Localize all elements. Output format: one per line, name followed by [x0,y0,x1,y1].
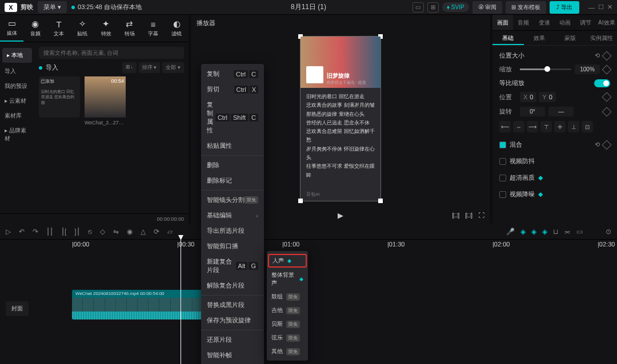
redo-icon[interactable]: ↷ [33,228,38,236]
svip-badge[interactable]: ♦ SVIP [442,2,469,12]
tool-tab-特效[interactable]: ✦特效 [94,15,118,42]
rotate-step[interactable]: — [548,107,574,116]
link-icon[interactable]: ⫘ [564,228,571,236]
align-bottom[interactable]: ⊥ [568,121,579,132]
hq-checkbox[interactable] [499,175,506,181]
import-label[interactable]: 导入 [46,63,58,72]
undo-icon[interactable]: ↶ [19,228,25,236]
tool-tab-字幕[interactable]: ≡字幕 [142,15,165,42]
crop-icon[interactable]: [□] [465,212,472,219]
side-item[interactable]: ▸ 云素材 [0,94,34,108]
review-button[interactable]: ⦿ 审阅 [472,1,503,14]
menu-item[interactable]: 复制属性CtrlShiftC [201,97,264,138]
rp-tab[interactable]: 音频 [513,15,534,30]
close-icon[interactable]: ✕ [607,3,612,11]
tool-tab-音频[interactable]: ◉音频 [23,15,47,42]
align-vcenter[interactable]: ✛ [554,121,566,132]
play-button[interactable]: ▶ [338,211,343,220]
menu-item[interactable]: 基础编辑› [201,208,264,223]
rp-tab[interactable]: AI效果 [596,15,617,30]
blend-checkbox[interactable] [499,141,506,148]
pos-keyframe-icon[interactable] [602,92,612,102]
trim-left-icon[interactable]: ⎮[ [61,228,66,236]
view-control[interactable]: 全部 ▾ [162,62,184,73]
refresh-icon[interactable]: ⟳ [154,228,159,236]
side-item[interactable]: 我的预设 [0,79,34,94]
rp-tab[interactable]: 画面 [492,15,513,30]
resize-handle-bl[interactable] [298,199,303,203]
rp-subtab[interactable]: 效果 [524,31,555,45]
view-control[interactable]: 排序 ▾ [139,62,161,73]
submenu-item[interactable]: 人声 ◆ [268,254,307,268]
side-item[interactable]: ▸ 品牌素材 [0,123,34,146]
search-input[interactable] [39,47,184,59]
tl-cyan-3[interactable]: ◈ [542,228,547,236]
playhead[interactable] [181,240,181,364]
rotate-value[interactable]: 0° [520,107,545,116]
split-icon[interactable]: ⎮⎮ [46,228,53,236]
video-frame[interactable]: 旧梦旋律 作罗经之千最先 · 轻音 旧时光的巷口 回忆在游走 悲欢离合的故事 刻… [300,36,381,201]
warn-icon[interactable]: △ [141,228,146,236]
align-dist[interactable]: ⊡ [582,121,593,132]
ratio-icon[interactable]: [□] [452,212,459,219]
rp-subtab[interactable]: 实例属性 [586,31,618,45]
layout-icon-1[interactable]: ▭ [412,2,424,13]
menu-item[interactable]: 新建复合片段AltG [201,254,264,278]
scale-value[interactable]: 100% [575,64,600,74]
rp-tab[interactable]: 变速 [534,15,555,30]
resize-handle-br[interactable] [378,199,383,203]
magnet-icon[interactable]: ⊔ [553,228,558,236]
zoom-icon[interactable]: ⊙ [606,228,611,236]
rot-keyframe-icon[interactable] [602,107,612,116]
view-control[interactable]: ⊞↓ [122,62,137,73]
stabilize-checkbox[interactable] [499,158,506,165]
rp-tab[interactable]: 动画 [555,15,575,30]
export-button[interactable]: ⤴ 导出 [550,1,579,14]
preview-icon[interactable]: ▭ [576,228,583,236]
submenu-item[interactable]: 弦乐 限免 [267,331,308,345]
menu-item[interactable]: 智能剪口播 [201,238,264,254]
rp-subtab[interactable]: 蒙版 [555,31,586,45]
mic-icon[interactable]: 🎤 [506,228,515,236]
reset-icon[interactable]: ⟲ [595,52,600,59]
speed-icon[interactable]: ◉ [127,228,133,236]
pos-y-input[interactable]: Y0 [539,92,555,102]
menu-item[interactable]: 导出所选片段 [201,223,264,238]
menu-item[interactable]: 删除 [201,157,264,173]
submenu-item[interactable]: 整体背景声 ◆ [267,268,308,290]
rp-subtab[interactable]: 基础 [492,31,524,45]
blend-keyframe-icon[interactable] [602,140,612,149]
align-right[interactable]: ⟶ [527,121,538,132]
tool-tab-滤镜[interactable]: ◐滤镜 [165,15,189,42]
submenu-item[interactable]: 吉他 限免 [267,304,308,317]
publish-template-button[interactable]: ⊞ 发布模板 [506,1,546,14]
denoise-checkbox[interactable] [499,191,506,198]
pos-x-input[interactable]: X0 [520,92,536,102]
cursor-icon[interactable]: ▷ [6,228,11,236]
shield-icon[interactable]: ◇ [100,228,105,236]
delete-icon[interactable]: ⎋ [88,228,92,236]
fullscreen-icon[interactable]: ⛶ [478,212,484,219]
tool-tab-转场[interactable]: ⇄转场 [118,15,141,42]
ratio-lock-toggle[interactable] [594,79,610,87]
side-item[interactable]: ▸ 本地 [2,48,32,63]
timeline-clip[interactable]: WeChat 20240810032746.mp4 00:00:54:00 [72,290,203,319]
rp-tab[interactable]: 调节 [575,15,596,30]
scale-keyframe-icon[interactable] [602,64,612,74]
maximize-icon[interactable]: ☐ [598,3,604,11]
align-hcenter[interactable]: ↔ [513,121,524,132]
timeline-tracks[interactable]: 封面 WeChat 20240810032746.mp4 00:00:54:00 [0,250,617,261]
submenu-item[interactable]: 贝斯 限免 [267,317,308,331]
scale-slider[interactable] [520,68,571,70]
menu-item[interactable]: 智能镜头分割限免 [201,192,264,208]
crop-icon[interactable]: ▱ [167,228,173,236]
media-thumb[interactable]: 已添加旧时光的巷口 回忆在游走 悲欢离合的故 [39,76,80,126]
submenu-item[interactable]: 其他 限免 [267,345,308,358]
menu-item[interactable]: 剪切CtrlX [201,82,264,97]
tl-cyan-1[interactable]: ◈ [520,228,526,236]
tool-tab-贴纸[interactable]: ✧贴纸 [71,15,94,42]
menu-item[interactable]: 复制CtrlC [201,66,264,82]
tool-tab-文本[interactable]: T文本 [47,15,71,42]
blend-reset-icon[interactable]: ⟲ [595,141,600,148]
minimize-icon[interactable]: — [588,4,595,11]
